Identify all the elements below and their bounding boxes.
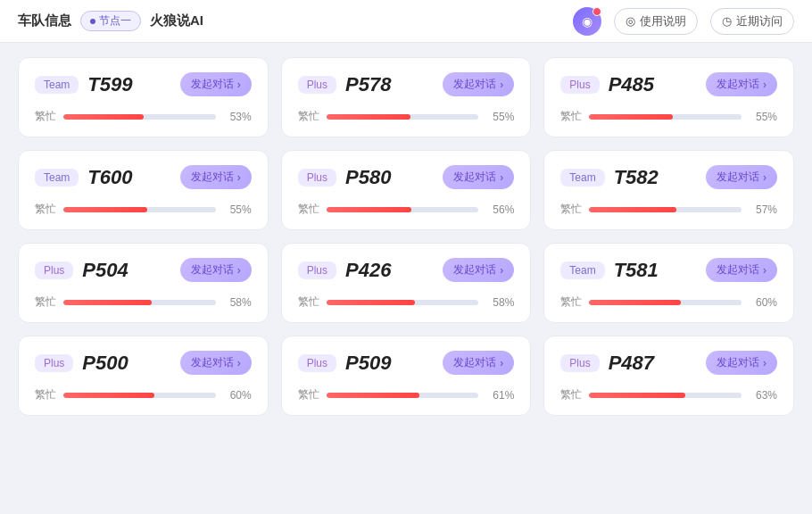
card-top: Plus P426 发起对话 › — [298, 258, 515, 282]
card-id: P504 — [82, 259, 170, 282]
busy-label: 繁忙 — [298, 202, 319, 217]
chat-button[interactable]: 发起对话 › — [443, 351, 514, 375]
card-id: P500 — [82, 352, 170, 375]
chat-label: 发起对话 — [453, 77, 496, 92]
progress-fill — [63, 393, 154, 398]
card-top: Plus P504 发起对话 › — [35, 258, 252, 282]
chevron-right-icon: › — [237, 264, 241, 277]
chat-label: 发起对话 — [453, 355, 496, 370]
chevron-right-icon: › — [237, 357, 241, 369]
percent-label: 53% — [223, 111, 252, 123]
progress-bar — [63, 393, 216, 398]
card-item: Plus P509 发起对话 › 繁忙 61% — [281, 336, 532, 416]
card-item: Plus P426 发起对话 › 繁忙 58% — [281, 243, 532, 323]
progress-fill — [589, 207, 675, 212]
percent-label: 57% — [749, 203, 777, 216]
chat-button[interactable]: 发起对话 › — [180, 351, 252, 375]
chat-label: 发起对话 — [717, 262, 759, 278]
card-top: Plus P578 发起对话 › — [298, 72, 515, 96]
busy-label: 繁忙 — [35, 109, 56, 124]
node-dot — [90, 19, 95, 24]
progress-fill — [63, 114, 144, 120]
avatar[interactable]: ◉ — [573, 7, 601, 36]
percent-label: 60% — [749, 296, 777, 309]
progress-bar — [63, 300, 216, 305]
progress-fill — [327, 393, 419, 398]
progress-fill — [327, 300, 415, 305]
progress-fill — [63, 300, 152, 305]
card-id: P426 — [345, 259, 434, 282]
card-id: P509 — [345, 352, 434, 375]
recent-icon: ◷ — [722, 14, 732, 28]
busy-label: 繁忙 — [35, 294, 56, 310]
chat-button[interactable]: 发起对话 › — [180, 72, 252, 96]
card-item: Plus P500 发起对话 › 繁忙 60% — [18, 336, 269, 416]
chat-label: 发起对话 — [453, 262, 496, 278]
chat-label: 发起对话 — [191, 355, 234, 370]
type-badge: Team — [35, 76, 79, 94]
card-id: P487 — [609, 352, 697, 375]
main-content: Team T599 发起对话 › 繁忙 53% Plus P578 发起对话 — [0, 43, 812, 430]
percent-label: 55% — [485, 111, 514, 123]
chevron-right-icon: › — [237, 171, 241, 184]
card-top: Plus P509 发起对话 › — [298, 351, 515, 375]
card-bottom: 繁忙 60% — [560, 294, 777, 310]
card-top: Plus P580 发起对话 › — [298, 165, 515, 189]
card-bottom: 繁忙 60% — [35, 387, 252, 402]
card-top: Team T599 发起对话 › — [35, 72, 252, 96]
chat-button[interactable]: 发起对话 › — [443, 165, 514, 189]
type-badge: Team — [35, 169, 79, 187]
card-item: Plus P485 发起对话 › 繁忙 55% — [543, 57, 794, 137]
chat-button[interactable]: 发起对话 › — [180, 165, 252, 189]
percent-label: 56% — [485, 203, 514, 216]
card-top: Team T581 发起对话 › — [560, 258, 777, 282]
chat-button[interactable]: 发起对话 › — [706, 258, 777, 282]
busy-label: 繁忙 — [560, 109, 582, 124]
card-bottom: 繁忙 55% — [560, 109, 777, 124]
app-name: 火狼说AI — [150, 12, 203, 29]
chat-button[interactable]: 发起对话 › — [706, 351, 777, 375]
chat-button[interactable]: 发起对话 › — [443, 258, 514, 282]
busy-label: 繁忙 — [35, 387, 56, 402]
card-bottom: 繁忙 63% — [560, 387, 777, 402]
chat-label: 发起对话 — [717, 355, 759, 370]
card-bottom: 繁忙 56% — [298, 202, 515, 217]
card-grid: Team T599 发起对话 › 繁忙 53% Plus P578 发起对话 — [18, 57, 794, 416]
busy-label: 繁忙 — [560, 202, 582, 217]
chat-button[interactable]: 发起对话 › — [180, 258, 252, 282]
chat-button[interactable]: 发起对话 › — [706, 72, 777, 96]
card-item: Plus P578 发起对话 › 繁忙 55% — [281, 57, 532, 137]
avatar-icon: ◉ — [582, 14, 592, 29]
chat-label: 发起对话 — [717, 170, 759, 185]
card-top: Plus P487 发起对话 › — [560, 351, 777, 375]
chevron-right-icon: › — [763, 79, 766, 91]
guide-button[interactable]: ◎ 使用说明 — [614, 8, 698, 35]
busy-label: 繁忙 — [35, 202, 56, 217]
progress-bar — [327, 114, 479, 120]
card-top: Team T582 发起对话 › — [560, 165, 777, 189]
card-item: Plus P487 发起对话 › 繁忙 63% — [543, 336, 794, 416]
busy-label: 繁忙 — [298, 109, 319, 124]
card-bottom: 繁忙 53% — [35, 109, 252, 124]
type-badge: Plus — [560, 354, 599, 372]
card-item: Plus P504 发起对话 › 繁忙 58% — [18, 243, 269, 323]
chevron-right-icon: › — [763, 264, 766, 277]
card-bottom: 繁忙 55% — [35, 202, 252, 217]
percent-label: 63% — [749, 389, 777, 402]
card-item: Team T600 发起对话 › 繁忙 55% — [18, 150, 269, 230]
type-badge: Plus — [35, 261, 73, 279]
progress-bar — [63, 207, 216, 212]
node-badge[interactable]: 节点一 — [80, 11, 141, 31]
chat-button[interactable]: 发起对话 › — [443, 72, 514, 96]
chat-button[interactable]: 发起对话 › — [706, 165, 777, 189]
card-top: Plus P485 发起对话 › — [560, 72, 777, 96]
type-badge: Plus — [298, 169, 336, 187]
chevron-right-icon: › — [500, 357, 503, 369]
type-badge: Plus — [298, 261, 336, 279]
progress-bar — [589, 114, 742, 120]
type-badge: Plus — [298, 76, 336, 94]
guide-icon: ◎ — [626, 14, 635, 28]
recent-button[interactable]: ◷ 近期访问 — [710, 8, 794, 35]
type-badge: Team — [560, 169, 604, 187]
percent-label: 55% — [223, 203, 252, 216]
